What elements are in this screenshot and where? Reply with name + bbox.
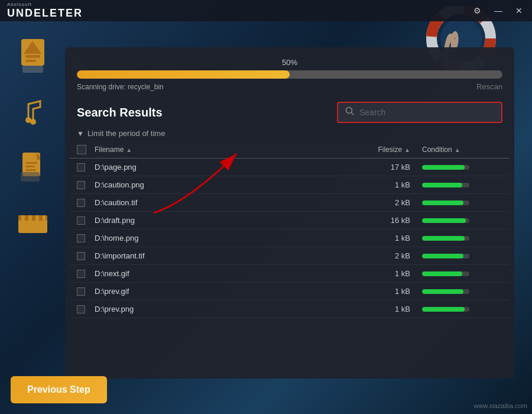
row-filename: D:\prev.png <box>95 305 363 313</box>
condition-bar-background <box>422 307 469 312</box>
table-row: D:\caution.png 1 kB <box>70 176 510 194</box>
row-filename: D:\next.gif <box>95 269 363 278</box>
row-condition <box>422 183 493 187</box>
app-logo: Abelssoft UNDELETER <box>7 2 83 20</box>
search-box[interactable] <box>337 102 502 123</box>
condition-bar-background <box>422 289 469 294</box>
table-row: D:\prev.png 1 kB <box>70 300 510 318</box>
progress-status-row: Scanning drive: recycle_bin Rescan <box>77 82 502 91</box>
minimize-button[interactable]: — <box>492 5 505 17</box>
progress-bar-fill <box>77 70 290 79</box>
row-filesize: 2 kB <box>363 198 422 207</box>
table-body: D:\page.png 17 kB D:\caution.png 1 kB <box>70 159 510 379</box>
brand-name: UNDELETER <box>7 7 83 20</box>
row-checkbox[interactable] <box>77 252 85 260</box>
progress-bar-background <box>77 70 502 79</box>
table-row: D:\caution.tif 2 kB <box>70 194 510 212</box>
row-checkbox-cell <box>77 305 95 313</box>
row-checkbox[interactable] <box>77 234 85 242</box>
rescan-button[interactable]: Rescan <box>476 82 502 91</box>
row-condition <box>422 218 493 223</box>
table-row: D:\prev.gif 1 kB <box>70 283 510 300</box>
svg-rect-20 <box>35 215 39 221</box>
row-checkbox[interactable] <box>77 163 85 172</box>
row-filesize: 16 kB <box>363 216 422 225</box>
row-checkbox-cell <box>77 216 95 225</box>
condition-sort-icon[interactable]: ▲ <box>455 147 460 153</box>
svg-rect-13 <box>25 166 35 167</box>
filter-toggle-icon: ▼ <box>77 130 84 138</box>
row-checkbox[interactable] <box>77 216 85 225</box>
filesize-sort-icon[interactable]: ▲ <box>404 147 410 153</box>
condition-bar-background <box>422 254 469 258</box>
header-checkbox-cell <box>77 145 95 154</box>
condition-bar-background <box>422 200 469 205</box>
sidebar-video-icon <box>17 208 49 240</box>
search-input[interactable] <box>359 108 494 117</box>
watermark: www.xiazaiba.com <box>474 402 527 409</box>
select-all-checkbox[interactable] <box>77 145 86 154</box>
svg-rect-21 <box>43 215 46 221</box>
svg-rect-18 <box>21 215 25 221</box>
sidebar-document-icon <box>17 151 49 184</box>
row-filesize: 1 kB <box>363 234 422 242</box>
row-checkbox[interactable] <box>77 270 85 278</box>
condition-bar-fill <box>422 307 465 312</box>
row-filename: D:\important.tif <box>95 251 363 260</box>
svg-rect-14 <box>25 169 36 171</box>
svg-rect-12 <box>25 162 37 164</box>
row-filesize: 1 kB <box>363 305 422 313</box>
row-filename: D:\caution.tif <box>95 198 363 207</box>
row-filename: D:\caution.png <box>95 180 363 189</box>
row-filename: D:\prev.gif <box>95 287 363 296</box>
svg-rect-5 <box>25 55 40 58</box>
row-filename: D:\page.png <box>95 163 363 172</box>
row-checkbox[interactable] <box>77 305 85 313</box>
main-panel: 50% Scanning drive: recycle_bin Rescan S… <box>65 47 514 379</box>
results-title: Search Results <box>77 106 163 119</box>
condition-bar-fill <box>422 183 462 187</box>
row-checkbox-cell <box>77 252 95 260</box>
condition-bar-background <box>422 218 469 223</box>
row-condition <box>422 254 493 258</box>
row-checkbox-cell <box>77 234 95 242</box>
condition-bar-fill <box>422 236 465 241</box>
close-button[interactable]: ✕ <box>513 5 525 17</box>
progress-area: 50% Scanning drive: recycle_bin Rescan <box>65 47 514 97</box>
row-condition <box>422 289 493 294</box>
settings-button[interactable]: ⚙ <box>471 5 484 17</box>
condition-bar-fill <box>422 165 465 170</box>
table-header: Filename ▲ Filesize ▲ Condition ▲ <box>70 141 510 159</box>
row-filesize: 1 kB <box>363 180 422 189</box>
condition-bar-fill <box>422 271 462 276</box>
row-filesize: 2 kB <box>363 251 422 260</box>
search-icon <box>345 106 355 118</box>
condition-bar-background <box>422 236 469 241</box>
svg-rect-19 <box>28 215 32 221</box>
row-checkbox-cell <box>77 163 95 172</box>
svg-rect-15 <box>21 172 40 182</box>
filter-row[interactable]: ▼ Limit the period of time <box>65 127 514 141</box>
row-filesize: 1 kB <box>363 287 422 296</box>
titlebar: Abelssoft UNDELETER ⚙ — ✕ <box>0 0 532 21</box>
svg-point-9 <box>30 119 36 125</box>
results-table: Filename ▲ Filesize ▲ Condition ▲ D:\pag… <box>70 141 510 379</box>
condition-bar-background <box>422 271 469 276</box>
svg-line-23 <box>352 113 354 115</box>
row-checkbox-cell <box>77 287 95 296</box>
previous-step-button[interactable]: Previous Step <box>11 376 107 403</box>
row-checkbox[interactable] <box>77 181 85 189</box>
condition-bar-fill <box>422 218 466 223</box>
sidebar-music-icon <box>17 95 49 128</box>
row-checkbox[interactable] <box>77 199 85 207</box>
condition-bar-background <box>422 165 469 170</box>
condition-bar-fill <box>422 289 463 294</box>
row-filename: D:\home.png <box>95 234 363 242</box>
sidebar <box>0 21 65 414</box>
condition-bar-fill <box>422 254 463 258</box>
row-checkbox[interactable] <box>77 287 85 296</box>
row-condition <box>422 307 493 312</box>
filename-sort-icon[interactable]: ▲ <box>126 147 132 153</box>
svg-rect-7 <box>22 66 43 73</box>
sidebar-logo-icon <box>17 39 49 72</box>
